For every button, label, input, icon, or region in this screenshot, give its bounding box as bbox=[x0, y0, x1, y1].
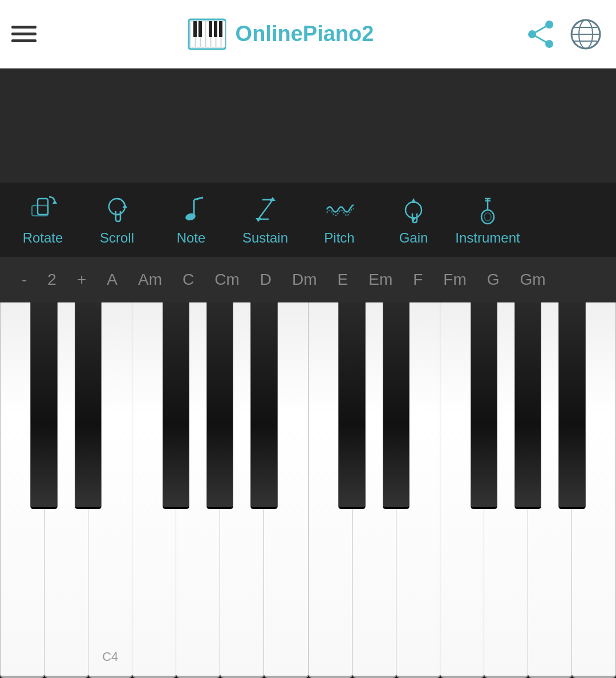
svg-line-31 bbox=[194, 197, 203, 200]
svg-line-17 bbox=[532, 25, 549, 34]
pitch-icon bbox=[324, 194, 355, 225]
octave-plus-button[interactable]: + bbox=[67, 257, 96, 302]
share-icon bbox=[525, 19, 556, 50]
toolbar-rotate[interactable]: Rotate bbox=[6, 188, 80, 252]
piano-logo-icon bbox=[187, 14, 228, 55]
black-key-7[interactable] bbox=[383, 302, 410, 509]
black-key-2[interactable] bbox=[75, 302, 102, 509]
app-title: OnlinePiano2 bbox=[236, 22, 374, 46]
scroll-icon bbox=[102, 194, 133, 225]
key-label-c4: C4 bbox=[102, 649, 118, 664]
octave-minus-button[interactable]: - bbox=[11, 257, 37, 302]
instrument-icon bbox=[472, 194, 504, 225]
black-key-3[interactable] bbox=[163, 302, 190, 509]
rotate-icon bbox=[27, 194, 59, 225]
svg-point-44 bbox=[484, 213, 491, 221]
svg-marker-41 bbox=[411, 217, 416, 221]
chord-Em[interactable]: Em bbox=[358, 257, 403, 302]
chord-bar: - 2 + A Am C Cm D Dm E Em F Fm G Gm bbox=[0, 257, 616, 302]
svg-marker-37 bbox=[256, 218, 261, 222]
chord-D[interactable]: D bbox=[250, 257, 282, 302]
toolbar-scroll[interactable]: Scroll bbox=[80, 188, 154, 252]
chord-Gm[interactable]: Gm bbox=[510, 257, 556, 302]
sustain-icon bbox=[250, 194, 281, 225]
instrument-label: Instrument bbox=[455, 230, 520, 246]
note-label: Note bbox=[177, 230, 206, 246]
svg-rect-12 bbox=[214, 21, 217, 37]
gain-label: Gain bbox=[399, 230, 428, 246]
scroll-label: Scroll bbox=[100, 230, 134, 246]
chord-Am[interactable]: Am bbox=[128, 257, 172, 302]
piano-keys: C4 bbox=[0, 302, 616, 678]
svg-rect-11 bbox=[209, 21, 212, 37]
svg-marker-28 bbox=[123, 204, 127, 208]
rotate-label: Rotate bbox=[23, 230, 63, 246]
toolbar-sustain[interactable]: Sustain bbox=[228, 188, 302, 252]
header: OnlinePiano2 bbox=[0, 0, 616, 68]
gain-icon bbox=[398, 194, 429, 225]
chord-C[interactable]: C bbox=[172, 257, 204, 302]
black-key-1[interactable] bbox=[30, 302, 58, 509]
globe-icon bbox=[569, 17, 603, 51]
chord-Cm[interactable]: Cm bbox=[204, 257, 250, 302]
svg-marker-36 bbox=[270, 197, 275, 201]
piano-container: C4 bbox=[0, 302, 616, 678]
toolbar-instrument[interactable]: Instrument bbox=[451, 188, 525, 252]
ad-banner bbox=[0, 68, 616, 183]
share-button[interactable] bbox=[524, 17, 558, 51]
black-key-8[interactable] bbox=[471, 302, 498, 509]
chord-F[interactable]: F bbox=[403, 257, 433, 302]
toolbar-gain[interactable]: Gain bbox=[376, 188, 451, 252]
black-key-9[interactable] bbox=[514, 302, 542, 509]
svg-point-39 bbox=[406, 202, 422, 218]
black-key-10[interactable] bbox=[558, 302, 586, 509]
toolbar: Rotate Scroll Note bbox=[0, 183, 616, 257]
toolbar-pitch[interactable]: Pitch bbox=[302, 188, 376, 252]
toolbar-note[interactable]: Note bbox=[154, 188, 228, 252]
octave-number: 2 bbox=[37, 257, 67, 302]
menu-button[interactable] bbox=[11, 26, 37, 42]
language-button[interactable] bbox=[567, 15, 605, 53]
svg-point-43 bbox=[481, 210, 494, 224]
svg-line-18 bbox=[532, 34, 549, 44]
chord-A[interactable]: A bbox=[96, 257, 128, 302]
svg-rect-13 bbox=[219, 21, 222, 37]
chord-Fm[interactable]: Fm bbox=[433, 257, 476, 302]
black-key-6[interactable] bbox=[338, 302, 366, 509]
chord-E[interactable]: E bbox=[327, 257, 359, 302]
header-left bbox=[11, 26, 37, 42]
note-icon bbox=[176, 194, 207, 225]
svg-rect-24 bbox=[38, 199, 48, 215]
header-right bbox=[524, 15, 605, 53]
pitch-label: Pitch bbox=[324, 230, 354, 246]
black-key-4[interactable] bbox=[206, 302, 234, 509]
sustain-label: Sustain bbox=[242, 230, 288, 246]
svg-line-33 bbox=[258, 200, 273, 219]
header-center: OnlinePiano2 bbox=[187, 14, 374, 55]
chord-Dm[interactable]: Dm bbox=[282, 257, 327, 302]
chord-G[interactable]: G bbox=[477, 257, 510, 302]
black-key-5[interactable] bbox=[250, 302, 278, 509]
svg-rect-10 bbox=[198, 21, 202, 37]
svg-marker-26 bbox=[52, 200, 57, 204]
svg-rect-9 bbox=[193, 21, 197, 37]
